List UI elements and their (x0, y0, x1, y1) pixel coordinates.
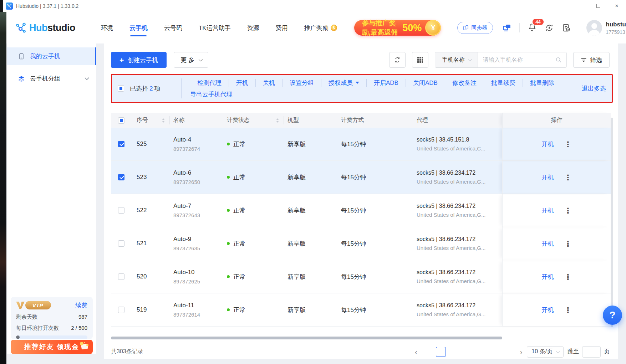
jump-page-input[interactable] (582, 346, 601, 358)
page-number[interactable] (422, 347, 432, 357)
row-menu-icon[interactable]: ⋮ (564, 207, 572, 214)
divider (579, 23, 579, 32)
row-billing: 每15分钟 (341, 240, 366, 247)
vip-v-icon (16, 302, 25, 309)
table-row[interactable]: 522 Auto-7 897372643 正常 新享版 每15分钟 socks5… (111, 194, 611, 227)
batch-action-link[interactable]: 修改备注 (445, 79, 484, 87)
close-button[interactable]: × (607, 0, 626, 12)
nav-item[interactable]: 环境 $ (101, 12, 113, 43)
create-cloud-phone-button[interactable]: + 创建云手机 (111, 52, 167, 68)
row-checkbox[interactable] (118, 240, 124, 247)
page-number[interactable] (492, 347, 502, 357)
row-model: 新享版 (287, 307, 306, 313)
minimize-button[interactable] (570, 0, 589, 12)
power-on-link[interactable]: 开机 (542, 306, 554, 314)
operation-log-icon[interactable] (562, 23, 571, 32)
batch-action-link[interactable]: 授权成员 (321, 79, 367, 87)
vertical-scrollbar[interactable] (611, 118, 613, 327)
power-on-link[interactable]: 开机 (542, 240, 554, 248)
table-row[interactable]: 523 Auto-6 897372650 正常 新享版 每15分钟 socks5… (111, 161, 611, 194)
sort-control[interactable] (276, 117, 279, 124)
row-menu-icon[interactable]: ⋮ (564, 240, 572, 247)
batch-actions-row: 检测代理 开机 关机 设置分组 授权成员 (190, 79, 582, 87)
page-number[interactable] (436, 347, 446, 357)
refresh-button[interactable] (389, 52, 406, 68)
power-on-link[interactable]: 开机 (542, 273, 554, 281)
batch-action-link[interactable]: 关闭ADB (406, 79, 445, 87)
select-all-checkbox[interactable] (118, 85, 124, 92)
grid-view-button[interactable] (412, 52, 428, 68)
row-proxy: socks5 | 38.66.234.172 (417, 236, 502, 242)
batch-action-link[interactable]: 开机 (229, 79, 256, 87)
nav-item[interactable]: 云手机 $ (129, 12, 148, 43)
prev-page-button[interactable]: ‹ (414, 348, 418, 355)
more-button[interactable]: 更 多 (174, 52, 208, 68)
sort-control[interactable] (162, 117, 165, 124)
export-proxy-link[interactable]: 导出云手机代理 (190, 90, 240, 98)
row-menu-icon[interactable]: ⋮ (564, 174, 572, 181)
nav-item[interactable]: TK运营助手 $ (199, 12, 231, 43)
row-menu-icon[interactable]: ⋮ (564, 273, 572, 281)
table-row[interactable]: 519 Auto-11 897372614 正常 新享版 每15分钟 socks… (111, 293, 611, 327)
table-row[interactable]: 520 Auto-10 897372625 正常 新享版 每15分钟 socks… (111, 260, 611, 293)
nav-item-label: 云号码 (164, 24, 182, 32)
power-on-link[interactable]: 开机 (542, 140, 554, 148)
group-control-icon[interactable] (502, 23, 512, 32)
nav-item[interactable]: 云号码 $ (164, 12, 182, 43)
batch-action-link[interactable]: 关机 (256, 79, 283, 87)
desktop-edge (0, 0, 3, 12)
page-size-select[interactable]: 10 条/页 (527, 346, 564, 358)
horizontal-scrollbar[interactable] (111, 337, 502, 339)
power-on-link[interactable]: 开机 (542, 173, 554, 181)
page-number[interactable] (478, 347, 488, 357)
exit-multiselect-link[interactable]: 退出多选 (582, 84, 606, 93)
filter-button[interactable]: 筛选 (573, 52, 610, 68)
referral-banner[interactable]: 推荐好友 领现金 (11, 340, 93, 354)
batch-action-link[interactable]: 开启ADB (367, 79, 406, 87)
batch-action-link[interactable]: 设置分组 (283, 79, 321, 87)
synchronizer-button[interactable]: 同步器 (457, 22, 493, 34)
batch-action-label: 批量删除 (530, 79, 554, 87)
power-on-link[interactable]: 开机 (542, 206, 554, 215)
notifications-button[interactable]: 44 (528, 22, 537, 33)
nav-item[interactable]: 资源 $ (247, 12, 259, 43)
header-checkbox[interactable] (118, 117, 124, 124)
page-number[interactable] (505, 347, 515, 357)
row-checkbox[interactable] (118, 207, 124, 214)
row-checkbox[interactable] (118, 273, 124, 280)
row-checkbox[interactable] (118, 141, 124, 147)
column-proxy: 代理 (417, 117, 428, 124)
row-checkbox[interactable] (118, 174, 124, 180)
renew-link[interactable]: 续费 (75, 301, 87, 309)
next-page-button[interactable]: › (519, 348, 523, 355)
nav-item-label: 资源 (247, 24, 259, 32)
sidebar-item-my-cloud-phones[interactable]: 我的云手机 (7, 47, 96, 65)
maximize-button[interactable] (589, 0, 607, 12)
batch-action-link[interactable]: 批量续费 (484, 79, 523, 87)
batch-action-link[interactable]: 检测代理 (190, 79, 229, 87)
daily-opens-value: 2 / 500 (71, 325, 87, 332)
status-dot-icon (227, 242, 230, 245)
sidebar-item-phone-groups[interactable]: 云手机分组 (7, 70, 96, 87)
page-number[interactable] (464, 347, 474, 357)
search-input[interactable] (478, 52, 566, 67)
row-checkbox[interactable] (118, 307, 124, 313)
nav-item[interactable]: 推广奖励 $ (304, 12, 337, 43)
table-row[interactable]: 525 Auto-4 897372674 正常 新享版 每15分钟 socks5… (111, 128, 611, 161)
table-footer: 共303条记录 ‹ › 10 条/页 跳至 页 (111, 344, 610, 359)
chevron-down-icon (199, 57, 203, 61)
row-menu-icon[interactable]: ⋮ (564, 140, 572, 148)
page-number[interactable] (450, 347, 460, 357)
search-field-select[interactable]: 手机名称 (435, 52, 478, 67)
update-icon[interactable] (545, 23, 554, 32)
promo-banner[interactable]: 参与推广奖励,最高返佣 50% ¥ (354, 20, 441, 36)
user-account[interactable]: hubstu 1775913 (586, 20, 626, 36)
row-menu-icon[interactable]: ⋮ (564, 306, 572, 314)
nav-item[interactable]: 费用 $ (276, 12, 288, 43)
table-row[interactable]: 521 Auto-9 897372635 正常 新享版 每15分钟 socks5… (111, 227, 611, 260)
daily-opens-row: 每日环境打开次数 2 / 500 (16, 325, 87, 332)
help-button[interactable]: ? (603, 306, 622, 325)
status-dot-icon (227, 275, 230, 278)
batch-action-link[interactable]: 批量删除 (523, 79, 561, 87)
row-proxy-location: United States of America,G... (417, 245, 502, 251)
